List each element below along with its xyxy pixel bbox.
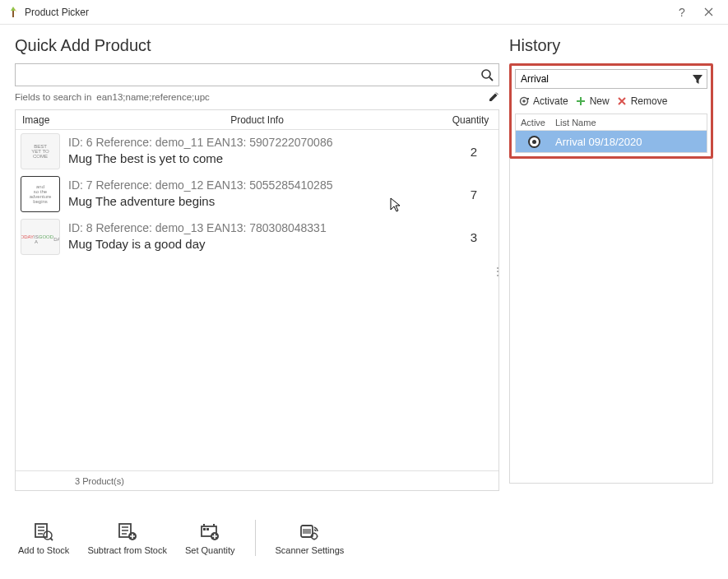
product-name: Mug Today is a good day	[68, 236, 446, 252]
table-row[interactable]: andso theadventurebegins ID: 7 Reference…	[16, 173, 498, 215]
help-button[interactable]: ?	[669, 1, 695, 24]
scanner-settings-button[interactable]: Scanner Settings	[272, 521, 348, 555]
grid-header: Image Product Info Quantity	[16, 110, 498, 130]
product-meta: ID: 8 Reference: demo_13 EAN13: 78030804…	[68, 220, 446, 236]
scanner-settings-label: Scanner Settings	[276, 545, 345, 555]
col-active-header[interactable]: Active	[516, 118, 552, 127]
activate-label: Activate	[533, 95, 568, 107]
remove-icon	[616, 95, 628, 107]
product-search-input[interactable]	[16, 68, 475, 81]
product-qty: 2	[449, 145, 498, 159]
product-info: ID: 8 Reference: demo_13 EAN13: 78030804…	[65, 220, 449, 252]
add-to-stock-icon	[33, 521, 54, 542]
product-name: Mug The adventure begins	[68, 193, 446, 210]
product-search-wrap	[15, 63, 499, 86]
grid-body: BESTYET TOCOME ID: 6 Reference: demo_11 …	[16, 130, 498, 470]
new-button[interactable]: New	[575, 95, 610, 107]
add-to-stock-label: Add to Stock	[18, 545, 69, 555]
radio-active-icon	[530, 137, 539, 146]
scanner-settings-icon	[299, 521, 320, 542]
add-to-stock-button[interactable]: Add to Stock	[15, 521, 72, 555]
activate-button[interactable]: Activate	[518, 95, 568, 107]
quick-add-title: Quick Add Product	[15, 36, 499, 55]
window-title: Product Picker	[25, 7, 669, 18]
col-qty-header[interactable]: Quantity	[449, 114, 498, 126]
history-search-input[interactable]	[516, 73, 689, 85]
history-row-selected[interactable]: Arrival 09/18/2020	[516, 131, 707, 152]
svg-point-3	[522, 100, 526, 103]
history-title: History	[509, 36, 713, 55]
history-row-active	[516, 137, 552, 146]
history-row-name: Arrival 09/18/2020	[552, 136, 707, 148]
product-grid: Image Product Info Quantity BESTYET TOCO…	[15, 109, 499, 491]
history-actions: Activate New Remove	[515, 89, 707, 113]
product-qty: 3	[449, 230, 498, 244]
set-quantity-icon	[199, 521, 220, 542]
quick-add-panel: Quick Add Product Fields to search in ea…	[15, 36, 499, 510]
product-thumb: andso theadventurebegins	[16, 176, 65, 212]
filter-icon[interactable]	[689, 73, 707, 85]
svg-rect-0	[12, 11, 14, 17]
fields-value: ean13;name;reference;upc	[96, 92, 488, 102]
subtract-from-stock-label: Subtract from Stock	[87, 545, 167, 555]
history-panel: History Activate New Remove	[509, 36, 713, 510]
table-row[interactable]: BESTYET TOCOME ID: 6 Reference: demo_11 …	[16, 130, 498, 173]
fields-label: Fields to search in	[15, 92, 91, 102]
remove-label: Remove	[631, 95, 668, 107]
product-search-button[interactable]	[475, 64, 498, 86]
toolbar-separator	[255, 520, 256, 556]
product-info: ID: 6 Reference: demo_11 EAN13: 59072220…	[65, 135, 449, 167]
splitter-handle[interactable]: ⋮	[492, 270, 503, 273]
col-info-header[interactable]: Product Info	[65, 114, 449, 126]
svg-rect-9	[203, 528, 206, 530]
app-icon	[7, 6, 20, 19]
product-info: ID: 7 Reference: demo_12 EAN13: 50552854…	[65, 178, 449, 210]
set-quantity-button[interactable]: Set Quantity	[182, 521, 239, 555]
history-header: Active List Name	[516, 114, 707, 131]
product-thumb: BESTYET TOCOME	[16, 133, 65, 169]
grid-footer: 3 Product(s)	[16, 470, 498, 490]
history-highlight-box: Activate New Remove Active List Name	[509, 63, 713, 159]
plus-icon	[575, 95, 587, 107]
subtract-from-stock-icon	[117, 521, 138, 542]
edit-fields-icon[interactable]	[488, 91, 499, 103]
svg-rect-10	[206, 528, 209, 530]
set-quantity-label: Set Quantity	[185, 545, 235, 555]
subtract-from-stock-button[interactable]: Subtract from Stock	[84, 521, 170, 555]
title-bar: Product Picker ?	[0, 0, 728, 25]
product-thumb: TODAYIS AGOODDAY	[16, 219, 65, 255]
svg-point-1	[482, 70, 490, 78]
product-name: Mug The best is yet to come	[68, 151, 446, 167]
fields-row: Fields to search in ean13;name;reference…	[15, 86, 499, 109]
history-search-wrap	[515, 69, 707, 89]
history-grid-body	[509, 159, 713, 484]
product-count: 3 Product(s)	[65, 476, 124, 486]
bottom-toolbar: Add to Stock Subtract from Stock Set Qua…	[0, 510, 728, 566]
activate-icon	[518, 95, 530, 107]
product-meta: ID: 7 Reference: demo_12 EAN13: 50552854…	[68, 178, 446, 193]
close-button[interactable]	[695, 1, 721, 24]
remove-button[interactable]: Remove	[616, 95, 668, 107]
product-qty: 7	[449, 188, 498, 201]
col-image-header[interactable]: Image	[16, 114, 65, 126]
product-meta: ID: 6 Reference: demo_11 EAN13: 59072220…	[68, 135, 446, 151]
table-row[interactable]: TODAYIS AGOODDAY ID: 8 Reference: demo_1…	[16, 215, 498, 258]
col-listname-header[interactable]: List Name	[552, 118, 707, 127]
history-grid: Active List Name Arrival 09/18/2020	[515, 113, 707, 153]
new-label: New	[590, 95, 610, 107]
